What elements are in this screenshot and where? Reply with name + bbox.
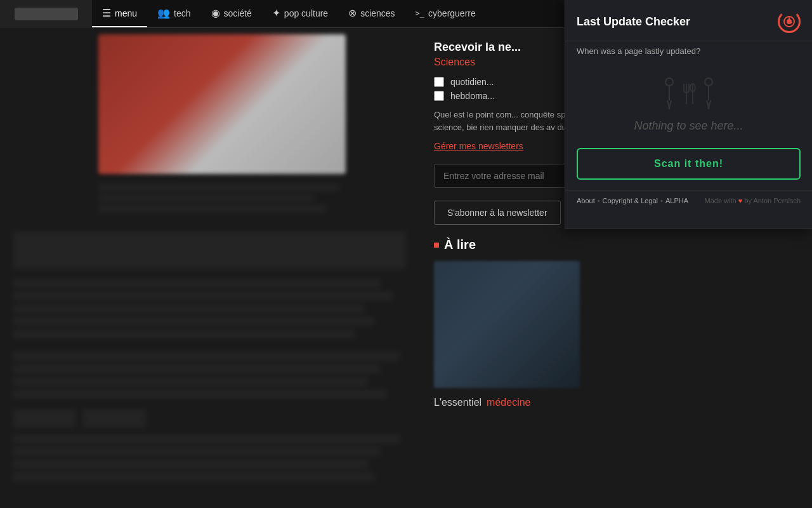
nav-items: ☰ menu 👥 tech ◉ société ✦ pop culture ⊗ … bbox=[92, 0, 486, 27]
blur-text-8 bbox=[13, 330, 355, 338]
blur-text-1 bbox=[98, 184, 339, 191]
essentiel-row: L'essentiel médecine bbox=[434, 397, 811, 408]
blur-text-14 bbox=[13, 447, 381, 456]
nav-item-pop-culture[interactable]: ✦ pop culture bbox=[262, 0, 338, 27]
blur-badge-2 bbox=[82, 409, 146, 428]
nav-label-pop-culture: pop culture bbox=[284, 8, 328, 18]
essentiel-label: L'essentiel bbox=[434, 397, 481, 408]
section-dot bbox=[434, 243, 439, 248]
subscribe-button[interactable]: S'abonner à la newsletter bbox=[434, 201, 561, 225]
copyright-link[interactable]: Copyright & Legal bbox=[603, 197, 658, 204]
blur-text-4 bbox=[13, 279, 381, 288]
empty-state: Nothing to see here... bbox=[565, 65, 812, 148]
heart-icon: ♥ bbox=[738, 197, 743, 204]
alire-section-header: À lire bbox=[434, 237, 811, 252]
blur-text-5 bbox=[13, 291, 393, 300]
blur-text-7 bbox=[13, 317, 374, 326]
blur-text-9 bbox=[13, 352, 400, 361]
svg-line-9 bbox=[789, 22, 792, 23]
blur-badge-1 bbox=[13, 409, 76, 428]
empty-state-text: Nothing to see here... bbox=[634, 119, 743, 133]
made-with-text: Made with bbox=[705, 197, 737, 204]
panel-title: Last Update Checker bbox=[577, 15, 770, 29]
nav-item-sciences[interactable]: ⊗ sciences bbox=[338, 0, 405, 27]
societe-icon: ◉ bbox=[211, 7, 220, 19]
nav-item-societe[interactable]: ◉ société bbox=[201, 0, 262, 27]
pop-culture-icon: ✦ bbox=[272, 7, 280, 19]
tech-icon: 👥 bbox=[157, 7, 170, 19]
checkbox-quotidien[interactable] bbox=[434, 77, 444, 87]
checkbox-hebdo[interactable] bbox=[434, 91, 444, 101]
blur-text-2 bbox=[98, 194, 314, 202]
footer-sep-1: • bbox=[598, 197, 600, 204]
panel-footer: About • Copyright & Legal • ALPHA Made w… bbox=[565, 190, 812, 211]
blur-text-12 bbox=[13, 390, 387, 399]
nav-label-societe: société bbox=[224, 8, 252, 18]
left-content-area bbox=[0, 28, 419, 508]
empty-illustration bbox=[665, 77, 713, 109]
blur-text-11 bbox=[13, 377, 368, 386]
panel-subtitle: When was a page lastly updated? bbox=[565, 41, 812, 65]
nav-label-menu: menu bbox=[115, 8, 137, 18]
nav-item-menu[interactable]: ☰ menu bbox=[92, 0, 147, 27]
essentiel-category: médecine bbox=[487, 397, 530, 408]
svg-point-7 bbox=[788, 20, 790, 23]
blur-block-1 bbox=[13, 231, 406, 269]
blur-text-16 bbox=[13, 472, 374, 481]
blur-text-13 bbox=[13, 434, 400, 443]
logo-area bbox=[0, 0, 92, 28]
scan-button[interactable]: Scan it then! bbox=[577, 148, 801, 180]
footer-made-with: Made with ♥ by Anton Pernisch bbox=[705, 197, 801, 204]
author-text: by Anton Pernisch bbox=[744, 197, 801, 204]
nav-label-sciences: sciences bbox=[360, 8, 395, 18]
nav-label-tech: tech bbox=[174, 8, 190, 18]
hero-image bbox=[98, 34, 346, 174]
checkbox-label-2: hebdoma... bbox=[450, 91, 495, 101]
blur-text-15 bbox=[13, 460, 368, 469]
nav-item-tech[interactable]: 👥 tech bbox=[147, 0, 200, 27]
cyberguerre-icon: >_ bbox=[416, 9, 424, 18]
footer-sep-2: • bbox=[660, 197, 663, 204]
article-thumbnail bbox=[434, 261, 580, 388]
alire-title: À lire bbox=[444, 237, 476, 252]
last-update-checker-panel: Last Update Checker When was a page last… bbox=[565, 0, 812, 229]
nav-item-cyberguerre[interactable]: >_ cyberguerre bbox=[405, 0, 486, 27]
about-link[interactable]: About bbox=[577, 197, 595, 204]
blur-text-6 bbox=[13, 304, 365, 313]
blur-text-3 bbox=[98, 205, 327, 213]
footer-links: About • Copyright & Legal • ALPHA bbox=[577, 197, 688, 204]
timer-icon bbox=[778, 10, 801, 33]
menu-icon: ☰ bbox=[102, 7, 111, 19]
alpha-badge: ALPHA bbox=[665, 197, 688, 204]
logo bbox=[15, 8, 78, 20]
panel-header: Last Update Checker bbox=[565, 0, 812, 41]
sciences-icon: ⊗ bbox=[348, 7, 357, 19]
blur-text-10 bbox=[13, 364, 381, 373]
checkbox-label-1: quotidien... bbox=[450, 77, 494, 87]
nav-label-cyberguerre: cyberguerre bbox=[428, 8, 476, 18]
